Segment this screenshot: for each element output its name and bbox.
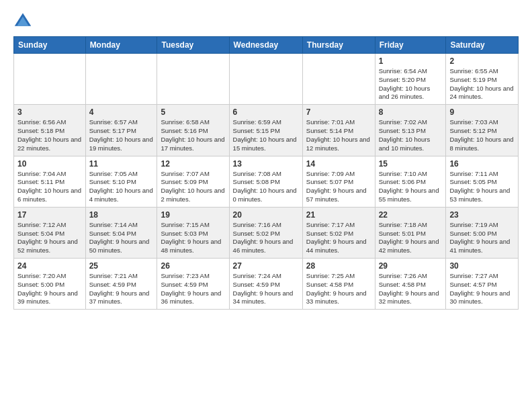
day-cell: 5Sunrise: 6:58 AMSunset: 5:16 PMDaylight… (157, 105, 229, 156)
calendar: SundayMondayTuesdayWednesdayThursdayFrid… (13, 36, 519, 310)
day-info: Sunrise: 7:08 AMSunset: 5:08 PMDaylight:… (233, 170, 299, 204)
day-number: 10 (17, 159, 82, 169)
week-row-3: 10Sunrise: 7:04 AMSunset: 5:11 PMDayligh… (14, 156, 519, 207)
day-cell: 1Sunrise: 6:54 AMSunset: 5:20 PMDaylight… (375, 54, 446, 105)
day-number: 20 (233, 210, 299, 220)
day-info: Sunrise: 7:09 AMSunset: 5:07 PMDaylight:… (306, 170, 371, 204)
day-number: 11 (89, 159, 154, 169)
day-cell (229, 54, 302, 105)
weekday-header-wednesday: Wednesday (229, 37, 302, 54)
week-row-4: 17Sunrise: 7:12 AMSunset: 5:04 PMDayligh… (14, 207, 519, 258)
day-cell: 4Sunrise: 6:57 AMSunset: 5:17 PMDaylight… (85, 105, 157, 156)
day-info: Sunrise: 7:20 AMSunset: 5:00 PMDaylight:… (17, 272, 82, 306)
day-info: Sunrise: 7:11 AMSunset: 5:05 PMDaylight:… (449, 170, 515, 204)
day-cell: 11Sunrise: 7:05 AMSunset: 5:10 PMDayligh… (85, 156, 157, 207)
day-cell: 26Sunrise: 7:23 AMSunset: 4:59 PMDayligh… (157, 259, 229, 310)
day-cell: 20Sunrise: 7:16 AMSunset: 5:02 PMDayligh… (229, 207, 302, 258)
day-number: 19 (161, 210, 225, 220)
day-number: 2 (449, 56, 515, 66)
weekday-header-tuesday: Tuesday (157, 37, 229, 54)
day-info: Sunrise: 6:59 AMSunset: 5:15 PMDaylight:… (233, 118, 299, 152)
weekday-header-thursday: Thursday (302, 37, 375, 54)
weekday-header-monday: Monday (85, 37, 157, 54)
day-info: Sunrise: 6:56 AMSunset: 5:18 PMDaylight:… (17, 118, 82, 152)
day-cell: 2Sunrise: 6:55 AMSunset: 5:19 PMDaylight… (446, 54, 519, 105)
day-info: Sunrise: 7:21 AMSunset: 4:59 PMDaylight:… (89, 272, 154, 306)
day-info: Sunrise: 6:58 AMSunset: 5:16 PMDaylight:… (161, 118, 225, 152)
week-row-5: 24Sunrise: 7:20 AMSunset: 5:00 PMDayligh… (14, 259, 519, 310)
day-cell: 29Sunrise: 7:26 AMSunset: 4:58 PMDayligh… (375, 259, 446, 310)
day-number: 5 (161, 107, 225, 117)
day-number: 9 (449, 107, 515, 117)
day-cell: 28Sunrise: 7:25 AMSunset: 4:58 PMDayligh… (302, 259, 375, 310)
day-number: 13 (233, 159, 299, 169)
day-number: 29 (379, 261, 443, 271)
day-number: 28 (306, 261, 371, 271)
day-cell (302, 54, 375, 105)
day-number: 14 (306, 159, 371, 169)
day-info: Sunrise: 7:27 AMSunset: 4:57 PMDaylight:… (449, 272, 515, 306)
day-number: 17 (17, 210, 82, 220)
day-cell: 19Sunrise: 7:15 AMSunset: 5:03 PMDayligh… (157, 207, 229, 258)
day-info: Sunrise: 6:55 AMSunset: 5:19 PMDaylight:… (449, 67, 515, 101)
day-cell: 16Sunrise: 7:11 AMSunset: 5:05 PMDayligh… (446, 156, 519, 207)
day-number: 12 (161, 159, 225, 169)
weekday-header-friday: Friday (375, 37, 446, 54)
weekday-header-sunday: Sunday (14, 37, 86, 54)
day-info: Sunrise: 6:54 AMSunset: 5:20 PMDaylight:… (379, 67, 443, 101)
day-cell: 17Sunrise: 7:12 AMSunset: 5:04 PMDayligh… (14, 207, 86, 258)
day-cell: 8Sunrise: 7:02 AMSunset: 5:13 PMDaylight… (375, 105, 446, 156)
day-info: Sunrise: 7:03 AMSunset: 5:12 PMDaylight:… (449, 118, 515, 152)
day-number: 15 (379, 159, 443, 169)
page: SundayMondayTuesdayWednesdayThursdayFrid… (0, 0, 532, 320)
day-cell: 6Sunrise: 6:59 AMSunset: 5:15 PMDaylight… (229, 105, 302, 156)
day-cell (85, 54, 157, 105)
day-info: Sunrise: 7:04 AMSunset: 5:11 PMDaylight:… (17, 170, 82, 204)
day-cell (14, 54, 86, 105)
day-cell: 10Sunrise: 7:04 AMSunset: 5:11 PMDayligh… (14, 156, 86, 207)
day-cell: 24Sunrise: 7:20 AMSunset: 5:00 PMDayligh… (14, 259, 86, 310)
header (13, 11, 519, 30)
day-info: Sunrise: 7:01 AMSunset: 5:14 PMDaylight:… (306, 118, 371, 152)
day-info: Sunrise: 7:23 AMSunset: 4:59 PMDaylight:… (161, 272, 225, 306)
day-number: 26 (161, 261, 225, 271)
weekday-header-saturday: Saturday (446, 37, 519, 54)
day-number: 21 (306, 210, 371, 220)
day-cell: 12Sunrise: 7:07 AMSunset: 5:09 PMDayligh… (157, 156, 229, 207)
logo (13, 11, 35, 30)
day-number: 22 (379, 210, 443, 220)
day-cell: 27Sunrise: 7:24 AMSunset: 4:59 PMDayligh… (229, 259, 302, 310)
day-number: 25 (89, 261, 154, 271)
day-info: Sunrise: 7:18 AMSunset: 5:01 PMDaylight:… (379, 221, 443, 255)
day-number: 7 (306, 107, 371, 117)
day-cell: 9Sunrise: 7:03 AMSunset: 5:12 PMDaylight… (446, 105, 519, 156)
day-cell: 21Sunrise: 7:17 AMSunset: 5:02 PMDayligh… (302, 207, 375, 258)
day-cell: 23Sunrise: 7:19 AMSunset: 5:00 PMDayligh… (446, 207, 519, 258)
day-info: Sunrise: 7:02 AMSunset: 5:13 PMDaylight:… (379, 118, 443, 152)
day-info: Sunrise: 7:05 AMSunset: 5:10 PMDaylight:… (89, 170, 154, 204)
day-number: 1 (379, 56, 443, 66)
day-cell: 15Sunrise: 7:10 AMSunset: 5:06 PMDayligh… (375, 156, 446, 207)
day-cell: 14Sunrise: 7:09 AMSunset: 5:07 PMDayligh… (302, 156, 375, 207)
day-number: 30 (449, 261, 515, 271)
day-cell: 22Sunrise: 7:18 AMSunset: 5:01 PMDayligh… (375, 207, 446, 258)
day-number: 4 (89, 107, 154, 117)
day-info: Sunrise: 7:16 AMSunset: 5:02 PMDaylight:… (233, 221, 299, 255)
weekday-header-row: SundayMondayTuesdayWednesdayThursdayFrid… (14, 37, 519, 54)
day-cell: 18Sunrise: 7:14 AMSunset: 5:04 PMDayligh… (85, 207, 157, 258)
day-number: 23 (449, 210, 515, 220)
day-info: Sunrise: 7:15 AMSunset: 5:03 PMDaylight:… (161, 221, 225, 255)
day-number: 8 (379, 107, 443, 117)
day-info: Sunrise: 7:12 AMSunset: 5:04 PMDaylight:… (17, 221, 82, 255)
day-number: 3 (17, 107, 82, 117)
day-number: 16 (449, 159, 515, 169)
day-number: 24 (17, 261, 82, 271)
day-number: 6 (233, 107, 299, 117)
day-number: 27 (233, 261, 299, 271)
day-cell: 3Sunrise: 6:56 AMSunset: 5:18 PMDaylight… (14, 105, 86, 156)
day-info: Sunrise: 7:10 AMSunset: 5:06 PMDaylight:… (379, 170, 443, 204)
day-cell: 25Sunrise: 7:21 AMSunset: 4:59 PMDayligh… (85, 259, 157, 310)
day-info: Sunrise: 7:25 AMSunset: 4:58 PMDaylight:… (306, 272, 371, 306)
day-cell: 13Sunrise: 7:08 AMSunset: 5:08 PMDayligh… (229, 156, 302, 207)
day-info: Sunrise: 7:26 AMSunset: 4:58 PMDaylight:… (379, 272, 443, 306)
